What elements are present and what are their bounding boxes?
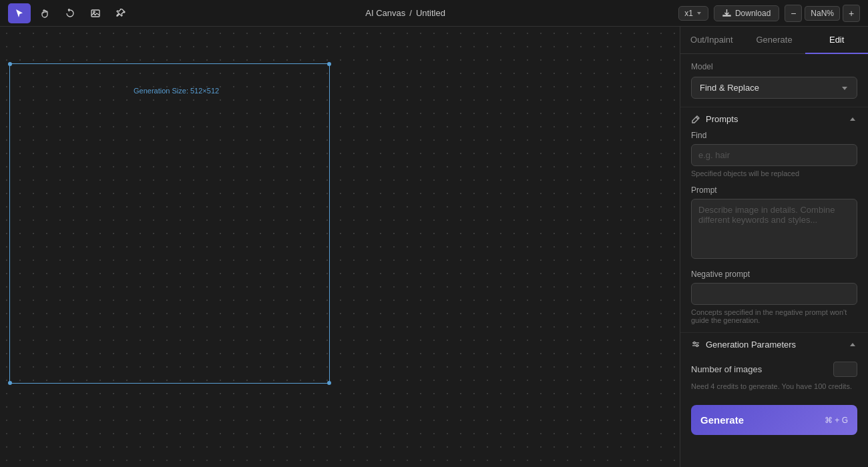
tab-generate[interactable]: Generate xyxy=(743,27,806,54)
toolbar-right: x1 Download − NaN% + xyxy=(678,5,860,22)
generate-label: Generate xyxy=(700,414,744,426)
canvas-frame xyxy=(9,63,330,384)
negative-prompt-field-group: Negative prompt Disfigured, cartoon, blu… xyxy=(680,270,868,332)
tab-edit[interactable]: Edit xyxy=(805,27,868,54)
find-hint: Specified objects will be replaced xyxy=(691,169,857,177)
negative-prompt-label: Negative prompt xyxy=(691,270,857,279)
refresh-tool-button[interactable] xyxy=(59,3,81,23)
corner-handle-bl[interactable] xyxy=(8,381,12,385)
download-label: Download xyxy=(735,9,771,18)
file-name: Untitled xyxy=(416,8,445,18)
find-field-group: Find Specified objects will be replaced xyxy=(680,131,868,185)
prompts-label: Prompts xyxy=(706,114,738,124)
prompts-section-header[interactable]: Prompts xyxy=(680,107,868,131)
negative-prompt-hint: Concepts specified in the negative promp… xyxy=(691,308,857,324)
generation-size-label: Generation Size: 512×512 xyxy=(134,87,219,95)
pin-tool-button[interactable] xyxy=(110,3,132,23)
hand-tool-button[interactable] xyxy=(33,3,56,23)
gen-params-chevron-icon xyxy=(848,340,857,350)
gen-params-label: Generation Parameters xyxy=(706,340,796,350)
edit-icon xyxy=(691,115,700,124)
toolbar: AI Canvas / Untitled x1 Download − NaN% … xyxy=(0,0,868,27)
svg-point-1 xyxy=(93,11,95,12)
panel-tabs: Out/Inpaint Generate Edit xyxy=(680,27,868,54)
model-chevron-icon xyxy=(841,84,849,92)
download-button[interactable]: Download xyxy=(714,5,779,21)
negative-prompt-input[interactable]: Disfigured, cartoon, blurry, nude xyxy=(691,283,857,305)
prompt-textarea[interactable] xyxy=(691,199,857,259)
sliders-icon xyxy=(691,340,700,350)
zoom-value: NaN% xyxy=(805,6,840,21)
svg-point-5 xyxy=(696,344,698,346)
tab-outinpaint[interactable]: Out/Inpaint xyxy=(680,27,743,54)
image-tool-button[interactable] xyxy=(84,3,107,23)
model-label: Model xyxy=(691,62,857,71)
corner-handle-tr[interactable] xyxy=(327,62,331,66)
svg-point-4 xyxy=(694,342,696,344)
zoom-controls: − NaN% + xyxy=(785,5,860,22)
generate-button[interactable]: Generate ⌘ + G xyxy=(691,405,857,435)
app-name: AI Canvas xyxy=(365,8,405,18)
model-section: Model Find & Replace xyxy=(680,54,868,107)
right-panel: Out/Inpaint Generate Edit Model Find & R… xyxy=(680,27,868,467)
model-dropdown[interactable]: Find & Replace xyxy=(691,77,857,99)
zoom-out-button[interactable]: − xyxy=(785,5,802,22)
gen-params-header[interactable]: Generation Parameters xyxy=(680,332,868,356)
gen-params-header-left: Generation Parameters xyxy=(691,340,796,350)
prompts-header-left: Prompts xyxy=(691,114,738,124)
generate-shortcut: ⌘ + G xyxy=(825,416,848,425)
svg-rect-0 xyxy=(91,10,99,17)
canvas-area[interactable]: Generation Size: 512×512 xyxy=(0,27,680,467)
toolbar-title: AI Canvas / Untitled xyxy=(135,8,676,18)
find-label: Find xyxy=(691,131,857,140)
prompt-label: Prompt xyxy=(691,185,857,195)
num-images-label: Number of images xyxy=(691,364,762,374)
main-area: Generation Size: 512×512 Out/Inpaint Gen… xyxy=(0,27,868,467)
zoom-in-button[interactable]: + xyxy=(843,5,860,22)
prompt-field-group: Prompt xyxy=(680,185,868,270)
scale-selector[interactable]: x1 xyxy=(678,6,708,21)
model-selected-value: Find & Replace xyxy=(700,83,759,93)
toolbar-tools xyxy=(8,3,132,23)
find-input[interactable] xyxy=(691,144,857,166)
select-tool-button[interactable] xyxy=(8,3,31,23)
title-separator: / xyxy=(409,8,412,18)
scale-value: x1 xyxy=(684,9,693,18)
credits-hint: Need 4 credits to generate. You have 100… xyxy=(680,382,868,398)
corner-handle-tl[interactable] xyxy=(8,62,12,66)
prompts-chevron-icon xyxy=(848,115,857,124)
corner-handle-br[interactable] xyxy=(327,381,331,385)
num-images-input[interactable]: 4 xyxy=(833,362,857,377)
num-images-row: Number of images 4 xyxy=(680,356,868,382)
